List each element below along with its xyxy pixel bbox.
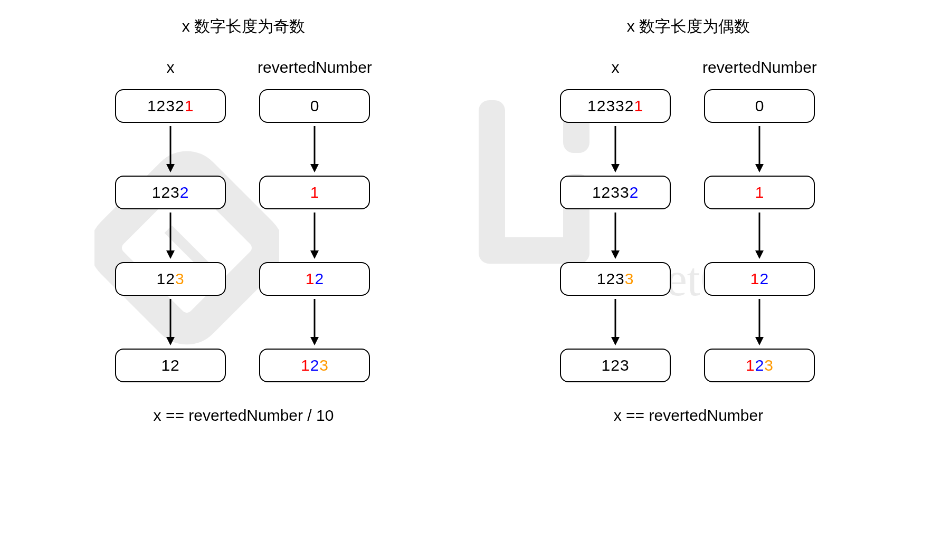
arrow-down	[610, 123, 621, 176]
svg-marker-30	[755, 337, 764, 345]
value-box: 12	[115, 349, 226, 382]
value-box: 123	[560, 349, 671, 382]
section-title: x 数字长度为偶数	[627, 16, 750, 37]
value-box: 12	[704, 262, 815, 296]
columns: x 12321 1232 123 12 revertedNumber 0 1 1…	[115, 59, 372, 382]
arrow-down	[610, 296, 621, 349]
footer-equation: x == revertedNumber	[614, 407, 763, 424]
svg-marker-22	[611, 250, 620, 259]
value-box: 1	[704, 176, 815, 209]
column-title-reverted: revertedNumber	[702, 59, 817, 76]
section-even: x 数字长度为偶数 x 123321 12332 1233 123 revert…	[560, 16, 817, 424]
svg-marker-24	[611, 337, 620, 345]
column-x: x 123321 12332 1233 123	[560, 59, 671, 382]
diagram-root: x 数字长度为奇数 x 12321 1232 123 12 revertedNu…	[21, 16, 911, 424]
value-box: 0	[259, 89, 370, 123]
section-odd: x 数字长度为奇数 x 12321 1232 123 12 revertedNu…	[115, 16, 372, 424]
arrow-down	[754, 296, 765, 349]
value-box: 123321	[560, 89, 671, 123]
column-reverted: revertedNumber 0 1 12 123	[258, 59, 372, 382]
arrow-down	[309, 209, 320, 262]
columns: x 123321 12332 1233 123 revertedNumber 0…	[560, 59, 817, 382]
column-x: x 12321 1232 123 12	[115, 59, 226, 382]
arrow-down	[309, 296, 320, 349]
value-box: 1233	[560, 262, 671, 296]
value-box: 123	[115, 262, 226, 296]
value-box: 12	[259, 262, 370, 296]
svg-marker-16	[310, 250, 319, 259]
svg-marker-8	[166, 164, 175, 172]
arrow-down	[754, 209, 765, 262]
value-box: 12321	[115, 89, 226, 123]
value-box: 0	[704, 89, 815, 123]
column-title-x: x	[167, 59, 175, 76]
arrow-down	[610, 209, 621, 262]
arrow-down	[165, 296, 176, 349]
value-box: 123	[704, 349, 815, 382]
svg-marker-12	[166, 337, 175, 345]
value-box: 12332	[560, 176, 671, 209]
section-title: x 数字长度为奇数	[182, 16, 305, 37]
svg-marker-18	[310, 337, 319, 345]
value-box: 1	[259, 176, 370, 209]
svg-marker-14	[310, 164, 319, 172]
column-title-reverted: revertedNumber	[258, 59, 372, 76]
column-title-x: x	[612, 59, 620, 76]
value-box: 123	[259, 349, 370, 382]
svg-marker-20	[611, 164, 620, 172]
arrow-down	[165, 209, 176, 262]
column-reverted: revertedNumber 0 1 12 123	[702, 59, 817, 382]
value-box: 1232	[115, 176, 226, 209]
arrow-down	[754, 123, 765, 176]
footer-equation: x == revertedNumber / 10	[154, 407, 334, 424]
svg-marker-10	[166, 250, 175, 259]
svg-marker-28	[755, 250, 764, 259]
arrow-down	[165, 123, 176, 176]
arrow-down	[309, 123, 320, 176]
svg-marker-26	[755, 164, 764, 172]
